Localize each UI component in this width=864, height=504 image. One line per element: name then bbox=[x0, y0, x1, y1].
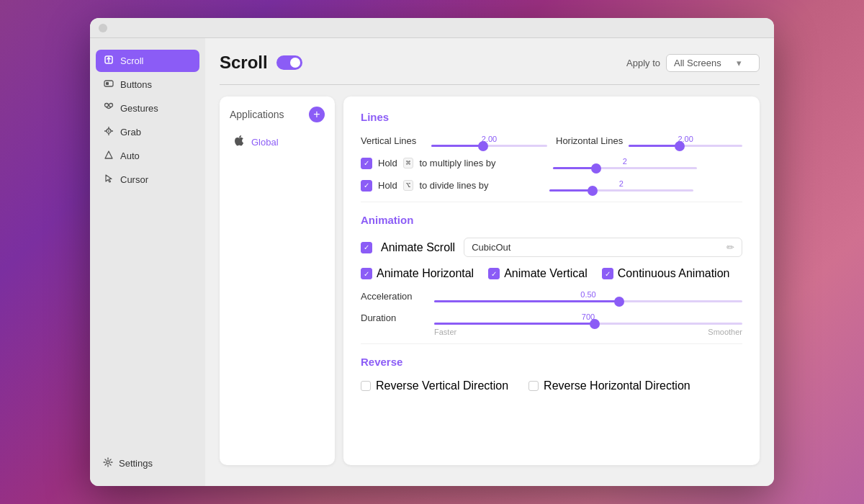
sidebar: Scroll Buttons bbox=[90, 38, 205, 486]
svg-point-4 bbox=[105, 104, 109, 107]
animate-scroll-row: Animate Scroll CubicOut ✏ bbox=[361, 238, 742, 257]
duration-label: Duration bbox=[361, 312, 426, 323]
lines-animation-divider bbox=[361, 202, 742, 202]
sidebar-settings-label: Settings bbox=[119, 458, 153, 469]
duration-slider-container: 700 bbox=[434, 312, 742, 325]
sidebar-grab-label: Grab bbox=[120, 127, 141, 138]
reverse-vertical-checkbox[interactable] bbox=[361, 381, 371, 391]
animate-vertical-checkbox[interactable] bbox=[488, 268, 500, 279]
gestures-icon bbox=[103, 102, 114, 114]
reverse-vertical-item: Reverse Vertical Direction bbox=[361, 379, 508, 392]
grab-icon bbox=[103, 126, 114, 138]
reverse-horizontal-checkbox[interactable] bbox=[528, 381, 539, 391]
animate-horizontal-label: Animate Horizontal bbox=[377, 267, 474, 280]
animate-horizontal-item: Animate Horizontal bbox=[361, 267, 474, 280]
traffic-light[interactable] bbox=[99, 24, 107, 32]
app-item-global[interactable]: Global bbox=[230, 131, 325, 153]
vertical-lines-group: Vertical Lines 2.00 bbox=[361, 135, 547, 147]
animate-scroll-label: Animate Scroll bbox=[381, 241, 455, 254]
sidebar-item-gestures[interactable]: Gestures bbox=[96, 97, 199, 120]
multiply-text: to multiply lines by bbox=[419, 158, 495, 168]
vertical-lines-row: Vertical Lines 2.00 bbox=[361, 135, 547, 147]
sidebar-item-settings[interactable]: Settings bbox=[96, 452, 199, 474]
divide-track[interactable] bbox=[549, 189, 693, 192]
sidebar-item-cursor[interactable]: Cursor bbox=[96, 168, 199, 191]
main-window: Scroll Buttons bbox=[90, 18, 774, 486]
divide-checkbox[interactable] bbox=[361, 180, 372, 192]
sidebar-item-grab[interactable]: Grab bbox=[96, 121, 199, 143]
scroll-icon bbox=[103, 55, 114, 67]
page-title-area: Scroll bbox=[220, 53, 302, 73]
global-app-label: Global bbox=[251, 137, 279, 148]
multiply-track[interactable] bbox=[553, 167, 697, 169]
animation-section-title: Animation bbox=[361, 214, 742, 226]
horizontal-lines-row: Horizontal Lines 2.00 bbox=[556, 135, 742, 147]
svg-rect-3 bbox=[106, 82, 109, 85]
svg-marker-12 bbox=[105, 151, 112, 158]
content-header: Scroll Apply to All Screens ▾ bbox=[220, 53, 760, 73]
divide-text: to divide lines by bbox=[419, 180, 488, 191]
reverse-row: Reverse Vertical Direction Reverse Horiz… bbox=[361, 379, 742, 392]
faster-label: Faster bbox=[434, 328, 456, 336]
apply-to-label: Apply to bbox=[626, 58, 660, 68]
sidebar-gestures-label: Gestures bbox=[120, 103, 158, 114]
vertical-lines-slider-container: 2.00 bbox=[431, 135, 547, 147]
horizontal-lines-track[interactable] bbox=[629, 145, 742, 147]
left-panel: Applications + Global bbox=[220, 96, 335, 465]
svg-point-7 bbox=[108, 130, 109, 132]
cursor-icon bbox=[103, 174, 114, 186]
add-application-button[interactable]: + bbox=[309, 107, 325, 122]
multiply-value: 2 bbox=[623, 157, 627, 166]
scroll-toggle[interactable] bbox=[276, 55, 302, 70]
animate-scroll-checkbox[interactable] bbox=[361, 242, 372, 253]
reverse-section-title: Reverse bbox=[361, 356, 742, 368]
animate-scroll-input[interactable]: CubicOut ✏ bbox=[464, 238, 742, 257]
animate-vertical-item: Animate Vertical bbox=[488, 267, 588, 280]
vertical-lines-label: Vertical Lines bbox=[361, 135, 426, 146]
duration-track[interactable] bbox=[434, 323, 742, 325]
sidebar-buttons-label: Buttons bbox=[120, 79, 152, 90]
svg-point-5 bbox=[109, 104, 113, 107]
smoother-label: Smoother bbox=[708, 328, 742, 336]
apply-to-area: Apply to All Screens ▾ bbox=[626, 54, 760, 72]
acceleration-track[interactable] bbox=[434, 300, 742, 302]
reverse-horizontal-label: Reverse Horizontal Direction bbox=[544, 379, 690, 392]
apple-icon bbox=[234, 135, 246, 149]
panels: Applications + Global bbox=[220, 96, 760, 465]
duration-labels: Faster Smoother bbox=[361, 328, 742, 336]
multiply-checkbox[interactable] bbox=[361, 158, 372, 169]
sidebar-auto-label: Auto bbox=[120, 150, 140, 161]
lines-sliders-row: Vertical Lines 2.00 bbox=[361, 135, 742, 147]
acceleration-row: Acceleration 0.50 bbox=[361, 290, 742, 302]
multiply-cmd-key: ⌘ bbox=[403, 158, 414, 168]
divide-row: Hold ⌥ to divide lines by 2 bbox=[361, 179, 742, 192]
acceleration-slider-container: 0.50 bbox=[434, 290, 742, 302]
vertical-lines-track[interactable] bbox=[431, 145, 547, 147]
divide-opt-key: ⌥ bbox=[403, 180, 414, 191]
svg-point-13 bbox=[107, 461, 109, 464]
animate-vertical-label: Animate Vertical bbox=[504, 267, 588, 280]
reverse-horizontal-item: Reverse Horizontal Direction bbox=[528, 379, 690, 392]
edit-icon[interactable]: ✏ bbox=[726, 242, 734, 253]
lines-section-title: Lines bbox=[361, 111, 742, 123]
applications-header: Applications + bbox=[230, 107, 325, 122]
apply-to-dropdown[interactable]: All Screens ▾ bbox=[666, 54, 760, 72]
main-content: Scroll Buttons bbox=[90, 38, 774, 486]
chevron-down-icon: ▾ bbox=[737, 58, 742, 68]
horizontal-lines-label: Horizontal Lines bbox=[556, 135, 623, 146]
continuous-animation-item: Continuous Animation bbox=[602, 267, 730, 280]
multiply-slider-container: 2 bbox=[508, 157, 742, 169]
horizontal-lines-slider-container: 2.00 bbox=[629, 135, 742, 147]
buttons-icon bbox=[103, 78, 114, 91]
page-title: Scroll bbox=[220, 53, 268, 73]
sidebar-item-buttons[interactable]: Buttons bbox=[96, 73, 199, 96]
sidebar-item-scroll[interactable]: Scroll bbox=[96, 50, 199, 72]
title-bar bbox=[90, 18, 774, 38]
acceleration-value: 0.50 bbox=[580, 290, 595, 299]
sidebar-scroll-label: Scroll bbox=[120, 55, 144, 66]
continuous-animation-checkbox[interactable] bbox=[602, 268, 613, 279]
sidebar-item-auto[interactable]: Auto bbox=[96, 145, 199, 167]
right-panel: Lines Vertical Lines 2.00 bbox=[343, 96, 760, 465]
animate-horizontal-checkbox[interactable] bbox=[361, 268, 372, 279]
applications-title: Applications bbox=[230, 109, 284, 120]
